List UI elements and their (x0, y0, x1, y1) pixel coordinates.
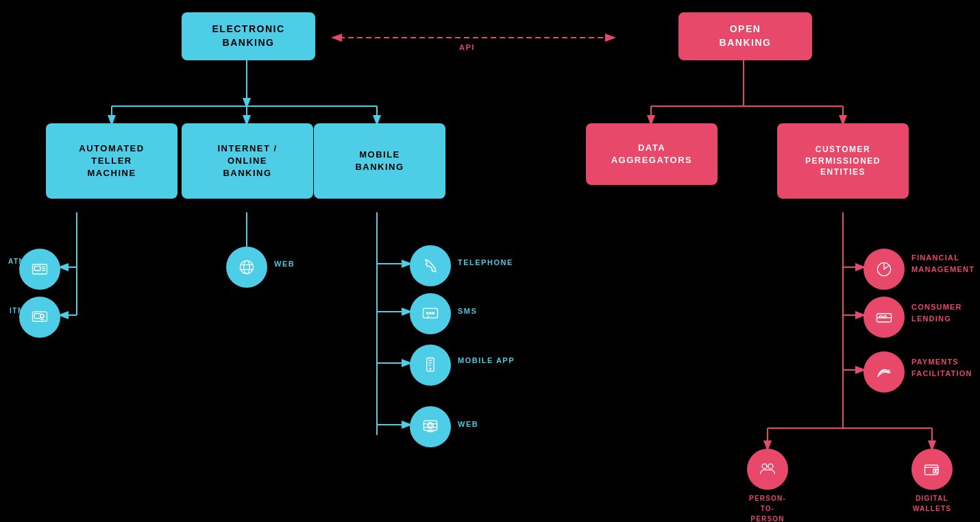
atm-circle (19, 249, 60, 290)
payments-icon (874, 362, 894, 382)
digital-wallets-circle (911, 449, 953, 490)
telephone-circle (410, 245, 451, 286)
atm-box: AUTOMATED TELLER MACHINE (46, 123, 177, 199)
itm-label: ITM (10, 306, 25, 316)
svg-point-65 (768, 464, 773, 469)
payments-label: PAYMENTS FACILITATION (911, 356, 980, 379)
svg-point-64 (762, 464, 767, 469)
svg-point-69 (935, 471, 936, 472)
sms-circle (410, 293, 451, 334)
svg-rect-30 (34, 266, 40, 271)
consumer-lending-circle (863, 297, 905, 338)
svg-point-44 (426, 312, 428, 314)
telephone-label: TELEPHONE (458, 258, 513, 268)
web-label: WEB (274, 259, 295, 269)
web-icon (237, 258, 256, 277)
mobile-app-circle (410, 345, 451, 386)
diagram-container: ELECTRONIC BANKING OPEN BANKING API AUTO… (0, 0, 980, 522)
financial-mgmt-icon (874, 260, 894, 279)
mobile-app-icon (421, 356, 440, 375)
electronic-banking-box: ELECTRONIC BANKING (182, 12, 315, 60)
p2p-icon (758, 460, 777, 479)
payments-circle (863, 351, 905, 393)
digital-wallets-icon (922, 460, 942, 479)
web2-icon (421, 417, 440, 436)
api-label: API (459, 42, 475, 53)
svg-point-51 (430, 368, 431, 369)
web2-label: WEB (458, 419, 478, 430)
mobile-banking-box: MOBILE BANKING (314, 123, 445, 199)
svg-rect-35 (34, 314, 40, 319)
financial-mgmt-circle (863, 249, 905, 290)
internet-banking-box: INTERNET / ONLINE BANKING (182, 123, 313, 199)
consumer-lending-icon (874, 308, 894, 327)
svg-point-39 (240, 260, 253, 273)
svg-point-46 (432, 312, 434, 314)
financial-mgmt-label: FINANCIAL MANAGEMENT (911, 252, 980, 275)
p2p-label: PERSON-TO- PERSON (747, 493, 788, 522)
web2-circle (410, 406, 451, 447)
customer-permissioned-box: CUSTOMER PERMISSIONED ENTITIES (777, 123, 909, 199)
sms-label: SMS (458, 306, 477, 316)
sms-icon (421, 304, 440, 323)
data-aggregators-box: DATA AGGREGATORS (586, 123, 718, 185)
atm-label: ATM (8, 257, 25, 266)
mobile-app-label: MOBILE APP (458, 356, 515, 366)
atm-icon (30, 260, 49, 279)
itm-circle (19, 297, 60, 338)
open-banking-box: OPEN BANKING (678, 12, 812, 60)
digital-wallets-label: DIGITAL WALLETS (911, 493, 953, 514)
p2p-circle (747, 449, 788, 490)
telephone-icon (421, 256, 440, 275)
itm-icon (30, 308, 49, 327)
consumer-lending-label: CONSUMER LENDING (911, 301, 980, 324)
svg-point-40 (244, 260, 250, 273)
svg-point-45 (430, 312, 432, 314)
web-circle (226, 247, 267, 288)
svg-point-36 (40, 314, 44, 318)
